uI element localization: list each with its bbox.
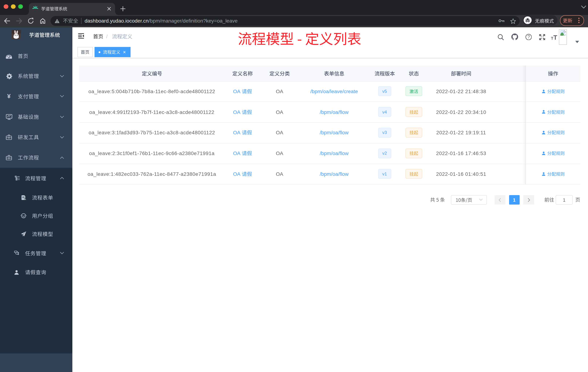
svg-text:?: ?: [527, 34, 530, 39]
